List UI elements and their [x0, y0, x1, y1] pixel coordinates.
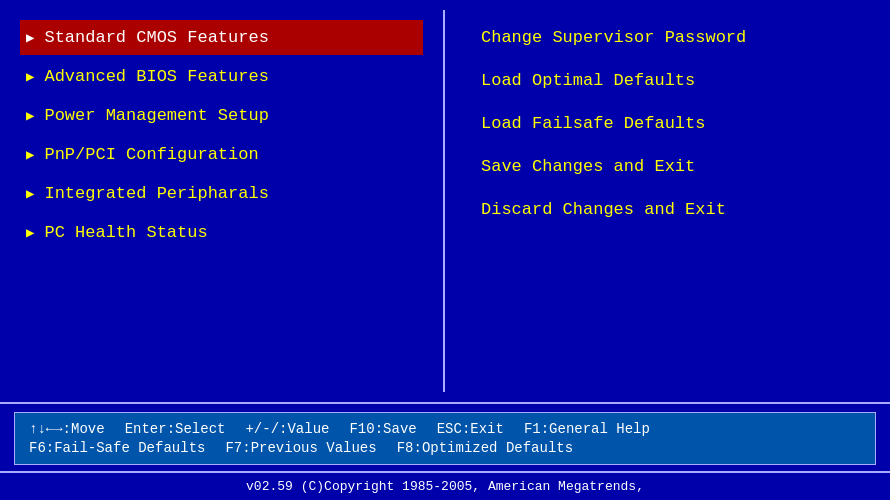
- arrow-icon: ▶: [26, 107, 34, 124]
- menu-item-label: Integrated Peripharals: [44, 184, 268, 203]
- shortcut-key: F10:Save: [349, 421, 416, 437]
- shortcut-key: F1:General Help: [524, 421, 650, 437]
- menu-item-integrated-peripherals[interactable]: ▶Integrated Peripharals: [20, 176, 423, 211]
- arrow-icon: ▶: [26, 224, 34, 241]
- right-menu-item-label: Discard Changes and Exit: [481, 200, 726, 219]
- arrow-icon: ▶: [26, 185, 34, 202]
- menu-item-pc-health[interactable]: ▶PC Health Status: [20, 215, 423, 250]
- shortcut-key: F8:Optimized Defaults: [397, 440, 573, 456]
- menu-item-power-management[interactable]: ▶Power Management Setup: [20, 98, 423, 133]
- shortcut-line-1: ↑↓←→:MoveEnter:Select+/-/:ValueF10:SaveE…: [29, 421, 861, 437]
- shortcut-key: +/-/:Value: [245, 421, 329, 437]
- menu-item-label: Standard CMOS Features: [44, 28, 268, 47]
- right-menu-item-label: Save Changes and Exit: [481, 157, 695, 176]
- right-menu: Change Supervisor PasswordLoad Optimal D…: [445, 10, 890, 392]
- menu-item-advanced-bios[interactable]: ▶Advanced BIOS Features: [20, 59, 423, 94]
- arrow-icon: ▶: [26, 29, 34, 46]
- left-menu: ▶Standard CMOS Features▶Advanced BIOS Fe…: [0, 10, 445, 392]
- right-menu-item-label: Change Supervisor Password: [481, 28, 746, 47]
- footer-text: v02.59 (C)Copyright 1985-2005, American …: [0, 471, 890, 500]
- right-menu-item-save-exit[interactable]: Save Changes and Exit: [475, 149, 860, 184]
- menu-item-label: PC Health Status: [44, 223, 207, 242]
- right-menu-item-label: Load Failsafe Defaults: [481, 114, 705, 133]
- arrow-icon: ▶: [26, 146, 34, 163]
- shortcut-bar: ↑↓←→:MoveEnter:Select+/-/:ValueF10:SaveE…: [0, 402, 890, 471]
- menu-item-label: Power Management Setup: [44, 106, 268, 125]
- shortcut-key: Enter:Select: [125, 421, 226, 437]
- menu-item-standard-cmos[interactable]: ▶Standard CMOS Features: [20, 20, 423, 55]
- shortcut-key: F6:Fail-Safe Defaults: [29, 440, 205, 456]
- right-menu-item-label: Load Optimal Defaults: [481, 71, 695, 90]
- menu-item-pnp-pci[interactable]: ▶PnP/PCI Configuration: [20, 137, 423, 172]
- shortcut-key: ESC:Exit: [437, 421, 504, 437]
- right-menu-item-load-optimal[interactable]: Load Optimal Defaults: [475, 63, 860, 98]
- right-menu-item-load-failsafe[interactable]: Load Failsafe Defaults: [475, 106, 860, 141]
- shortcut-line-2: F6:Fail-Safe DefaultsF7:Previous ValuesF…: [29, 440, 861, 456]
- menu-item-label: Advanced BIOS Features: [44, 67, 268, 86]
- right-menu-item-discard-exit[interactable]: Discard Changes and Exit: [475, 192, 860, 227]
- right-menu-item-change-supervisor[interactable]: Change Supervisor Password: [475, 20, 860, 55]
- shortcut-key: ↑↓←→:Move: [29, 421, 105, 437]
- shortcut-key: F7:Previous Values: [225, 440, 376, 456]
- menu-item-label: PnP/PCI Configuration: [44, 145, 258, 164]
- arrow-icon: ▶: [26, 68, 34, 85]
